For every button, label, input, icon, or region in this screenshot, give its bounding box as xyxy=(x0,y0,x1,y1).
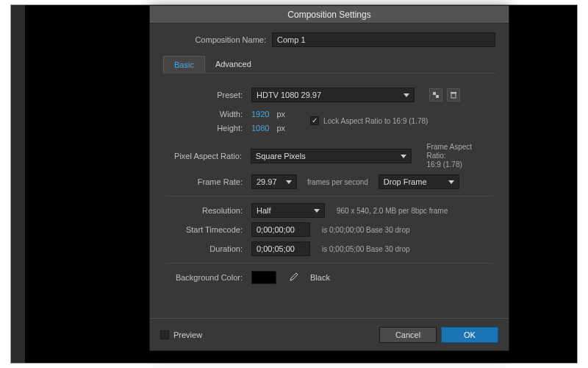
chevron-down-icon xyxy=(314,209,320,213)
tab-bar: Basic Advanced xyxy=(163,56,495,74)
stage-area: Composition Settings Composition Name: C… xyxy=(26,5,577,363)
resolution-row: Resolution: Half 960 x 540, 2.0 MB per 8… xyxy=(166,201,492,220)
chevron-down-icon xyxy=(401,155,406,158)
bg-color-label: Background Color: xyxy=(166,273,247,282)
preset-value: HDTV 1080 29.97 xyxy=(257,91,321,99)
svg-rect-0 xyxy=(433,92,436,95)
eyedropper-button[interactable] xyxy=(287,271,300,284)
preset-row: Preset: HDTV 1080 29.97 xyxy=(166,85,492,105)
par-row: Pixel Aspect Ratio: Square Pixels Frame … xyxy=(166,143,492,169)
tab-advanced[interactable]: Advanced xyxy=(205,56,262,73)
svg-rect-3 xyxy=(451,92,456,93)
cancel-button[interactable]: Cancel xyxy=(379,327,437,343)
comp-name-value: Comp 1 xyxy=(277,35,306,44)
dialog-footer: Preview Cancel OK xyxy=(150,318,509,350)
basic-panel: Preset: HDTV 1080 29.97 xyxy=(163,79,495,318)
height-value[interactable]: 1080 xyxy=(251,124,269,132)
ok-button[interactable]: OK xyxy=(441,327,498,343)
chevron-down-icon xyxy=(448,180,454,184)
lock-aspect-checkbox[interactable]: ✓ xyxy=(310,116,319,125)
height-label: Height: xyxy=(166,124,247,132)
height-unit: px xyxy=(276,124,285,132)
preset-select[interactable]: HDTV 1080 29.97 xyxy=(251,88,415,102)
tab-basic[interactable]: Basic xyxy=(163,56,205,74)
chevron-down-icon xyxy=(286,180,292,184)
width-label: Width: xyxy=(166,110,247,118)
drop-frame-value: Drop Frame xyxy=(384,177,427,186)
height-row: Height: 1080 px ✓ Lock Aspect Ratio to 1… xyxy=(166,124,492,143)
frame-aspect-info: Frame Aspect Ratio: 16:9 (1.78) xyxy=(426,143,492,169)
dialog-title-text: Composition Settings xyxy=(287,10,370,20)
duration-row: Duration: 0;00;05;00 is 0;00;05;00 Base … xyxy=(166,239,492,258)
app-frame: Composition Settings Composition Name: C… xyxy=(10,4,578,364)
divider xyxy=(166,196,492,197)
par-select[interactable]: Square Pixels xyxy=(251,149,412,163)
fps-row: Frame Rate: 29.97 frames per second Drop… xyxy=(166,172,492,191)
save-icon xyxy=(432,91,440,99)
preset-label: Preset: xyxy=(166,91,247,99)
fps-suffix: frames per second xyxy=(307,178,368,186)
svg-rect-2 xyxy=(451,93,456,98)
preview-label: Preview xyxy=(173,330,202,339)
trash-icon xyxy=(450,91,457,99)
par-label: Pixel Aspect Ratio: xyxy=(166,152,246,160)
comp-name-row: Composition Name: Comp 1 xyxy=(163,32,495,47)
width-value[interactable]: 1920 xyxy=(251,110,269,118)
fps-label: Frame Rate: xyxy=(166,177,247,186)
dialog-title: Composition Settings xyxy=(150,6,509,24)
start-tc-info: is 0;00;00;00 Base 30 drop xyxy=(322,226,410,234)
start-tc-label: Start Timecode: xyxy=(166,225,247,234)
chevron-down-icon xyxy=(404,93,409,97)
duration-input[interactable]: 0;00;05;00 xyxy=(251,241,310,256)
svg-rect-1 xyxy=(436,95,439,98)
duration-value: 0;00;05;00 xyxy=(257,244,295,253)
duration-info: is 0;00;05;00 Base 30 drop xyxy=(322,245,410,253)
start-tc-row: Start Timecode: 0;00;00;00 is 0;00;00;00… xyxy=(166,220,492,239)
duration-label: Duration: xyxy=(166,244,247,253)
fps-select[interactable]: 29.97 xyxy=(251,174,297,189)
left-gutter xyxy=(11,5,26,363)
lock-aspect-label: Lock Aspect Ratio to 16:9 (1.78) xyxy=(323,117,428,125)
width-unit: px xyxy=(276,110,285,118)
resolution-info: 960 x 540, 2.0 MB per 8bpc frame xyxy=(337,207,448,215)
dialog-body: Composition Name: Comp 1 Basic Advanced xyxy=(150,24,509,318)
comp-name-label: Composition Name: xyxy=(163,35,272,44)
save-preset-button[interactable] xyxy=(429,88,442,102)
eyedropper-icon xyxy=(288,272,298,283)
frame-aspect-label: Frame Aspect Ratio: xyxy=(426,143,492,160)
resolution-value: Half xyxy=(257,206,271,215)
delete-preset-button[interactable] xyxy=(447,88,460,102)
start-tc-input[interactable]: 0;00;00;00 xyxy=(251,222,310,237)
drop-frame-select[interactable]: Drop Frame xyxy=(379,174,459,189)
start-tc-value: 0;00;00;00 xyxy=(257,225,295,234)
comp-name-input[interactable]: Comp 1 xyxy=(272,32,495,47)
resolution-label: Resolution: xyxy=(166,206,247,215)
par-value: Square Pixels xyxy=(256,152,306,160)
frame-aspect-value: 16:9 (1.78) xyxy=(426,160,492,169)
fps-value: 29.97 xyxy=(257,177,277,186)
bg-color-row: Background Color: Black xyxy=(166,268,492,287)
divider xyxy=(166,263,492,263)
preview-checkbox[interactable] xyxy=(160,330,169,339)
composition-settings-dialog: Composition Settings Composition Name: C… xyxy=(149,5,509,351)
bg-color-name: Black xyxy=(310,273,330,282)
bg-color-swatch[interactable] xyxy=(251,271,276,284)
lock-aspect-group: ✓ Lock Aspect Ratio to 16:9 (1.78) xyxy=(310,116,428,125)
resolution-select[interactable]: Half xyxy=(251,203,325,218)
